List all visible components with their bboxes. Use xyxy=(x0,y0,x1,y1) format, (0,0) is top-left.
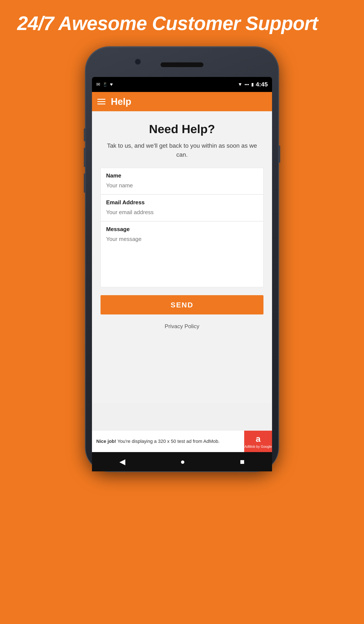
volume-down-button[interactable] xyxy=(84,173,86,193)
status-bar: ✉ 📱 ♥ ▼ ▪▪▪ ▮ 4:45 xyxy=(92,77,272,92)
message-field-group: Message xyxy=(101,222,263,287)
admob-logo-label: AdMob by Google xyxy=(244,445,272,449)
power-button[interactable] xyxy=(278,146,280,163)
message-field: Message xyxy=(101,222,263,287)
sim-icon: 📱 xyxy=(103,82,107,87)
page-heading: 24/7 Awesome Customer Support xyxy=(0,0,364,43)
email-label: Email Address xyxy=(106,199,258,206)
wifi-icon: ▼ xyxy=(238,82,242,87)
gmail-icon: ✉ xyxy=(96,82,100,87)
admob-message: Nice job! You're displaying a 320 x 50 t… xyxy=(96,438,220,444)
name-field: Name xyxy=(101,168,263,194)
mute-button[interactable] xyxy=(84,129,86,141)
phone-camera xyxy=(135,59,141,65)
status-bar-left: ✉ 📱 ♥ xyxy=(96,82,113,87)
screen-content: Need Help? Tak to us, and we'll get back… xyxy=(92,111,272,403)
battery-icon: ▮ xyxy=(251,82,254,87)
phone-screen: ✉ 📱 ♥ ▼ ▪▪▪ ▮ 4:45 Help xyxy=(92,77,272,441)
message-input[interactable] xyxy=(106,235,258,282)
hamburger-menu-button[interactable] xyxy=(97,99,105,104)
status-time: 4:45 xyxy=(256,81,268,88)
admob-text-area: Nice job! You're displaying a 320 x 50 t… xyxy=(92,431,244,452)
admob-logo-area: a AdMob by Google xyxy=(244,431,272,452)
privacy-policy-link[interactable]: Privacy Policy xyxy=(101,323,263,330)
app-bar: Help xyxy=(92,92,272,111)
heartrate-icon: ♥ xyxy=(110,82,113,87)
admob-normal: You're displaying a 320 x 50 test ad fro… xyxy=(117,439,220,444)
phone-container: ✉ 📱 ♥ ▼ ▪▪▪ ▮ 4:45 Help xyxy=(85,47,279,540)
phone-speaker xyxy=(160,62,204,67)
status-bar-right: ▼ ▪▪▪ ▮ 4:45 xyxy=(238,81,268,88)
email-field: Email Address xyxy=(101,195,263,221)
email-input[interactable] xyxy=(106,208,258,217)
help-title: Need Help? xyxy=(101,122,263,136)
home-button[interactable]: ● xyxy=(180,457,185,466)
signal-icon: ▪▪▪ xyxy=(245,82,249,87)
email-field-group: Email Address xyxy=(101,195,263,221)
app-bar-title: Help xyxy=(111,96,131,107)
message-label: Message xyxy=(106,226,258,233)
name-label: Name xyxy=(106,172,258,179)
help-subtitle: Tak to us, and we'll get back to you wit… xyxy=(101,141,263,159)
admob-banner: Nice job! You're displaying a 320 x 50 t… xyxy=(92,431,272,452)
nav-bar: ◀ ● ■ xyxy=(92,452,272,471)
name-field-group: Name xyxy=(101,168,263,194)
back-button[interactable]: ◀ xyxy=(119,457,125,466)
name-input[interactable] xyxy=(106,181,258,190)
recent-apps-button[interactable]: ■ xyxy=(240,457,245,466)
admob-logo-icon: a xyxy=(256,434,260,444)
phone-shell: ✉ 📱 ♥ ▼ ▪▪▪ ▮ 4:45 Help xyxy=(85,47,279,471)
admob-bold: Nice job! xyxy=(96,439,116,444)
send-button[interactable]: SEND xyxy=(101,295,263,314)
volume-up-button[interactable] xyxy=(84,148,86,167)
